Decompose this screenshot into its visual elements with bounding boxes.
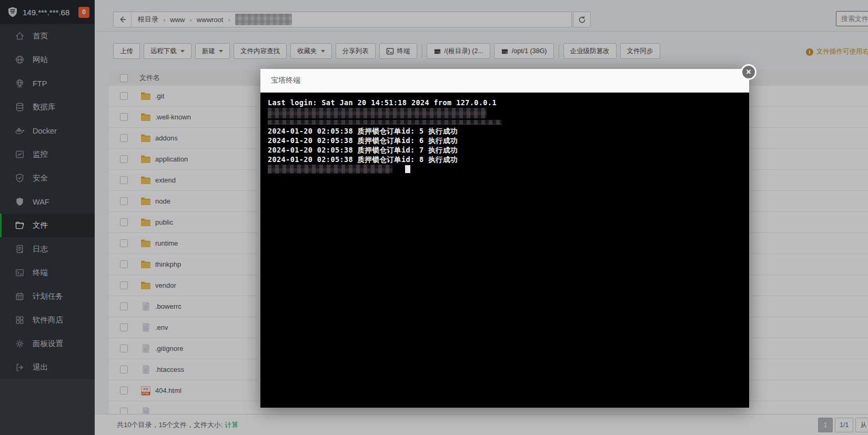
terminal-order-line: 2024-01-20 02:05:38 质押锁仓订单id: 7 执行成功 bbox=[268, 145, 742, 155]
terminal-order-line: 2024-01-20 02:05:38 质押锁仓订单id: 5 执行成功 bbox=[268, 126, 742, 136]
terminal-cursor bbox=[405, 165, 410, 173]
terminal-redacted-line bbox=[268, 120, 502, 125]
app-screen: 149.***.***.68 0 首页 网站 FTP 数据库 Docke bbox=[0, 0, 868, 435]
modal-header: 宝塔终端 bbox=[260, 69, 749, 93]
terminal-order-line: 2024-01-20 02:05:38 质押锁仓订单id: 8 执行成功 bbox=[268, 155, 742, 164]
terminal-screen[interactable]: Last login: Sat Jan 20 14:51:18 2024 fro… bbox=[260, 93, 749, 408]
close-icon[interactable]: × bbox=[741, 64, 756, 80]
terminal-last-login-line: Last login: Sat Jan 20 14:51:18 2024 fro… bbox=[268, 98, 742, 107]
terminal-redacted-line bbox=[268, 165, 392, 174]
terminal-modal: × 宝塔终端 Last login: Sat Jan 20 14:51:18 2… bbox=[260, 69, 749, 408]
modal-title: 宝塔终端 bbox=[271, 76, 300, 85]
terminal-order-line: 2024-01-20 02:05:38 质押锁仓订单id: 6 执行成功 bbox=[268, 136, 742, 145]
terminal-prompt-row bbox=[268, 164, 742, 174]
terminal-redacted-line bbox=[268, 108, 487, 118]
